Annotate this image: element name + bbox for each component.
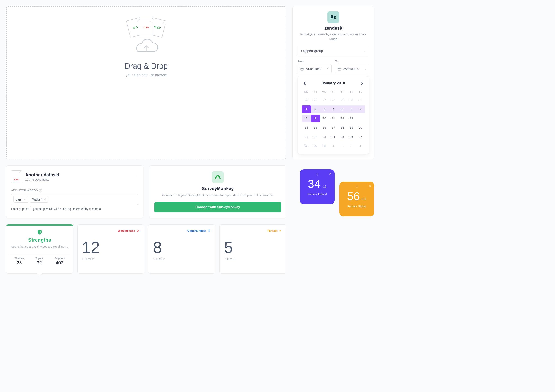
calendar-day[interactable]: 30 — [320, 142, 329, 150]
support-group-select[interactable]: Support group ⌄ — [298, 46, 369, 56]
lightbulb-icon — [207, 229, 211, 232]
calendar-day[interactable]: 16 — [320, 124, 329, 131]
calendar-day[interactable]: 12 — [338, 115, 347, 122]
calendar-weekday: Tu — [311, 89, 320, 95]
dataset-title: Another dataset — [25, 172, 59, 178]
calendar-day[interactable]: 11 — [329, 115, 338, 122]
weaknesses-label: Weaknesses — [82, 229, 140, 232]
calendar-day[interactable]: 15 — [311, 124, 320, 131]
zendesk-desc: Import your tickets by selecting a group… — [298, 32, 369, 41]
calendar-day[interactable]: 25 — [338, 133, 347, 141]
target-icon — [136, 229, 139, 232]
opportunities-label: Opportunities — [153, 229, 211, 232]
calendar-day[interactable]: 19 — [347, 124, 356, 131]
calendar-day[interactable]: 26 — [347, 133, 356, 141]
calendar-day[interactable]: 1 — [329, 142, 338, 150]
calendar-day[interactable]: 2 — [338, 142, 347, 150]
calendar-day[interactable]: 25 — [302, 96, 311, 104]
calendar-day[interactable]: 23 — [320, 133, 329, 141]
calendar-day[interactable]: 27 — [356, 133, 365, 141]
remove-tag-icon[interactable]: ✕ — [23, 198, 26, 201]
calendar-day[interactable]: 5 — [338, 105, 347, 113]
calendar-day[interactable]: 13 — [347, 115, 356, 122]
drop-title: Drag & Drop — [15, 62, 278, 71]
calendar-day[interactable]: 14 — [302, 124, 311, 131]
stop-words-help: Enter or paste in your stop words with e… — [11, 207, 138, 211]
surveymonkey-desc: Connect with your SurveyMonkey account t… — [154, 193, 281, 198]
calendar-weekday: Su — [356, 89, 365, 95]
calendar-weekday: Fr — [338, 89, 347, 95]
calendar-day[interactable]: 17 — [329, 124, 338, 131]
surveymonkey-logo-icon — [212, 171, 224, 183]
to-date-input[interactable]: 09/01/2019 ⌄ — [335, 65, 369, 73]
svg-rect-1 — [338, 68, 341, 70]
collapse-button[interactable]: ⌃ — [136, 175, 138, 178]
calendar-day[interactable]: 2 — [311, 105, 320, 113]
drop-zone[interactable]: XLS CSV XLSX Drag & Drop your files here… — [6, 6, 286, 159]
score-tile[interactable]: ✕ ♡ 56+11 Primark Global — [339, 182, 374, 216]
cloud-upload-icon — [133, 38, 160, 57]
calendar-day[interactable]: 24 — [329, 133, 338, 141]
calendar-next-button[interactable]: ❯ — [359, 80, 365, 86]
calendar-popup: ❮ January 2018 ❯ MoTuWeThFrSaSu252627282… — [298, 76, 369, 154]
surveymonkey-panel: SurveyMonkey Connect with your SurveyMon… — [149, 165, 286, 218]
score-tile[interactable]: ✕ ♡ 34-11 Primark Ireland — [300, 170, 335, 204]
chevron-down-icon: ⌄ — [363, 50, 366, 52]
strengths-card[interactable]: Strengths Strengths are areas that you a… — [6, 224, 73, 274]
calendar-day[interactable]: 6 — [347, 105, 356, 113]
calendar-day[interactable]: 28 — [302, 142, 311, 150]
calendar-day[interactable]: 3 — [320, 105, 329, 113]
calendar-day[interactable]: 3 — [347, 142, 356, 150]
calendar-day[interactable]: 31 — [356, 96, 365, 104]
info-icon[interactable]: i — [39, 189, 42, 192]
calendar-day[interactable]: 7 — [356, 105, 365, 113]
calendar-weekday: Sa — [347, 89, 356, 95]
weaknesses-unit: THEMES — [82, 258, 140, 261]
svg-rect-0 — [301, 68, 303, 70]
remove-tag-icon[interactable]: ✕ — [44, 198, 46, 201]
calendar-day[interactable]: 28 — [329, 96, 338, 104]
from-date-input[interactable]: 01/01/2018 ⌃ — [298, 65, 332, 73]
calendar-day[interactable]: 29 — [338, 96, 347, 104]
weaknesses-card[interactable]: Weaknesses 12 THEMES — [77, 224, 144, 274]
calendar-day[interactable]: 9 — [311, 115, 320, 122]
swot-row: Strengths Strengths are areas that you a… — [6, 224, 286, 274]
zendesk-logo-icon — [327, 11, 339, 23]
dataset-doc-count: 10,345 Documents — [25, 178, 59, 181]
calendar-day[interactable]: 29 — [311, 142, 320, 150]
calendar-day[interactable]: 30 — [347, 96, 356, 104]
calendar-day[interactable]: 8 — [302, 115, 311, 122]
opportunities-value: 8 — [153, 238, 211, 257]
stop-word-tag: blue✕ — [14, 196, 28, 203]
opportunities-unit: THEMES — [153, 258, 211, 261]
calendar-day[interactable]: 10 — [320, 115, 329, 122]
opportunities-card[interactable]: Opportunities 8 THEMES — [148, 224, 215, 274]
heart-icon: ♡ — [343, 185, 371, 189]
to-label: To — [335, 60, 369, 63]
score-tiles: ✕ ♡ 34-11 Primark Ireland✕ ♡ 56+11 Prima… — [292, 165, 374, 218]
stat-item: Snippets402 — [54, 257, 65, 266]
calendar-weekday: Th — [329, 89, 338, 95]
stat-item: Themes23 — [15, 257, 24, 266]
browse-link[interactable]: browse — [155, 73, 167, 77]
calendar-day[interactable]: 21 — [302, 133, 311, 141]
threats-card[interactable]: Threats 5 THEMES — [219, 224, 286, 274]
connect-surveymonkey-button[interactable]: Connect with SurveyMonkey — [154, 202, 281, 212]
drop-subtitle: your files here, or browse — [15, 73, 278, 77]
calendar-day[interactable]: 26 — [311, 96, 320, 104]
calendar-prev-button[interactable]: ❮ — [302, 80, 308, 86]
stop-word-tag: Walker✕ — [30, 196, 48, 203]
calendar-day[interactable]: 4 — [329, 105, 338, 113]
shield-icon — [11, 229, 68, 236]
threats-unit: THEMES — [224, 258, 282, 261]
stop-words-input[interactable]: blue✕Walker✕ — [11, 194, 138, 205]
stop-words-label: ADD STOP WORDS i — [11, 189, 138, 192]
calendar-day[interactable]: 18 — [338, 124, 347, 131]
calendar-day[interactable]: 22 — [311, 133, 320, 141]
calendar-day[interactable]: 20 — [356, 124, 365, 131]
calendar-day[interactable]: 1 — [302, 105, 311, 113]
calendar-day[interactable]: 4 — [356, 142, 365, 150]
from-label: From — [298, 60, 332, 63]
calendar-day[interactable]: 27 — [320, 96, 329, 104]
strengths-desc: Strengths are areas that you are excelli… — [11, 244, 68, 249]
